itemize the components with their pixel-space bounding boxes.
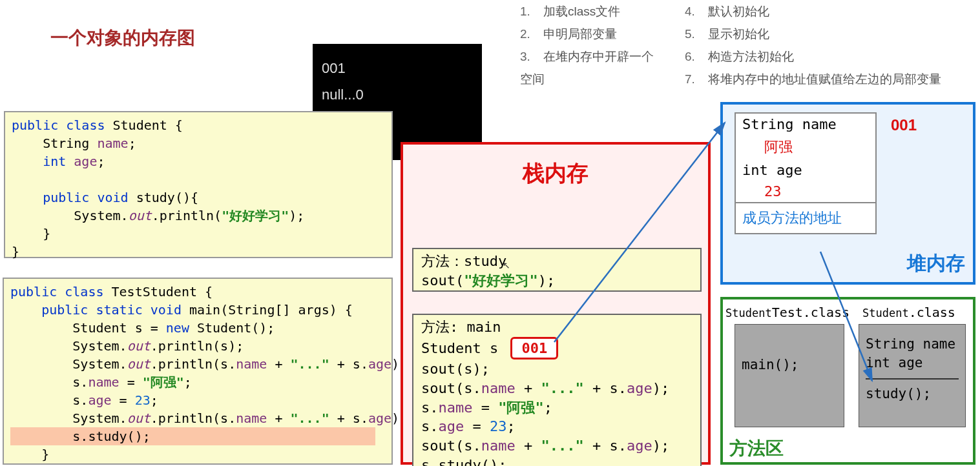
stack-frame-main: 方法: main Student s 001 sout(s); sout(s.n… (412, 314, 702, 466)
heap-title: 堆内存 (907, 250, 965, 277)
class-box-test: main(); (735, 324, 844, 427)
step-2: 申明局部变量 (543, 27, 617, 41)
heap-object: String name 阿强 int age 23 成员方法的地址 (735, 112, 877, 234)
code-student-class: public class Student { String name; int … (4, 111, 393, 258)
code-test-class: public class TestStudent { public static… (3, 278, 393, 465)
step-7: 将堆内存中的地址值赋值给左边的局部变量 (708, 72, 941, 86)
cursor-icon: ↖ (503, 260, 510, 270)
heap-value-name: 阿强 (736, 135, 875, 159)
heap-value-age: 23 (736, 181, 875, 202)
stack-title: 栈内存 (523, 159, 589, 188)
heap-memory: 堆内存 001 String name 阿强 int age 23 成员方法的地… (720, 102, 975, 285)
heap-field-name: String name (736, 114, 875, 135)
class-file-label: StudentTest.class (725, 305, 850, 320)
heap-field-age: int age (736, 159, 875, 181)
reference-address: 001 (510, 337, 558, 360)
step-4: 默认初始化 (708, 5, 769, 18)
step-5: 显示初始化 (708, 27, 769, 41)
step-6: 构造方法初始化 (708, 50, 794, 63)
class-file-label: Student.class (862, 305, 955, 320)
console-line: null...0 (322, 82, 473, 108)
heap-method-ref: 成员方法的地址 (736, 202, 875, 233)
class-box-student: String name int age study(); (859, 324, 966, 427)
heap-address: 001 (891, 116, 917, 134)
method-area: 方法区 StudentTest.class Student.class main… (720, 297, 975, 465)
step-1: 加载class文件 (543, 5, 620, 18)
diagram-title: 一个对象的内存图 (50, 26, 195, 50)
method-area-title: 方法区 (729, 436, 784, 461)
stack-memory: 栈内存 方法：study sout("好好学习"); 方法: main Stud… (401, 142, 711, 465)
highlighted-line: s.study(); (10, 427, 375, 445)
console-line: 001 (322, 56, 473, 82)
stack-frame-study: 方法：study sout("好好学习"); (412, 248, 702, 292)
